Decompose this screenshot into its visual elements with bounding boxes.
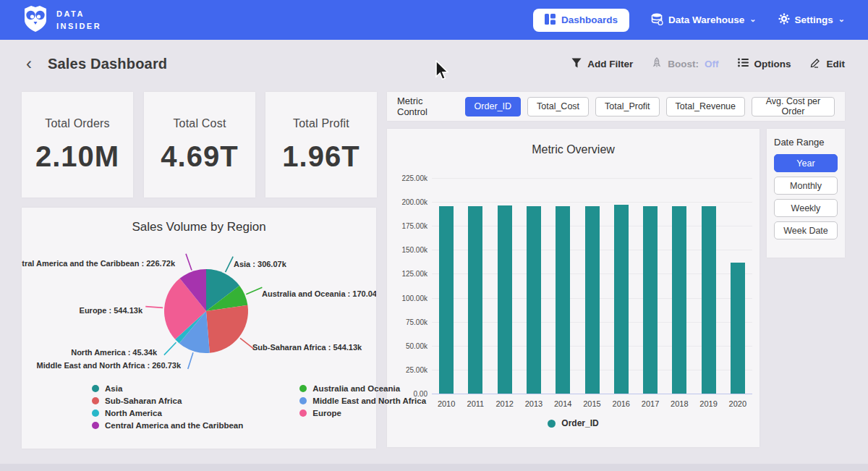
filter-funnel-icon [571,58,582,70]
y-axis-tick-label: 200.00k [391,198,427,206]
legend-item-sub-saharan-africa[interactable]: Sub-Saharan Africa [92,396,243,405]
options-button[interactable]: Options [738,58,791,69]
bar-2015[interactable] [585,206,600,394]
date-range-weekly[interactable]: Weekly [774,199,838,217]
pie-slice-label: Central America and the Caribbean : 226.… [22,259,176,268]
metric-control-bar: Metric Control Order_IDTotal_CostTotal_P… [387,92,845,121]
legend-item-australia-and-oceania[interactable]: Australia and Oceania [299,384,426,393]
settings-label: Settings [795,14,833,25]
bar-2010[interactable] [439,206,454,394]
bar-2013[interactable] [527,206,541,394]
x-axis-tick-label: 2016 [607,399,636,408]
kpi-label: Total Profit [293,117,349,130]
settings-menu[interactable]: Settings ⌄ [778,13,845,27]
legend-label: Order_ID [561,418,598,428]
legend-item-north-america[interactable]: North America [92,409,243,417]
bar-2014[interactable] [556,206,570,394]
pie-label-leader-line [186,254,192,271]
bar-2020[interactable] [731,263,745,394]
pie-label-leader-line [188,352,193,369]
bar-2016[interactable] [614,205,629,394]
pie-chart-legend: AsiaSub-Saharan AfricaNorth AmericaCentr… [92,384,426,430]
legend-label: Asia [105,384,122,393]
y-axis-tick-label: 175.00k [391,222,427,230]
legend-dot [299,385,307,392]
bar-2012[interactable] [498,205,512,394]
bar-2017[interactable] [643,206,658,394]
pie-slice-label: Europe : 544.13k [80,306,143,315]
metric-chip-order-id[interactable]: Order_ID [465,97,521,116]
legend-label: Australia and Oceania [312,384,400,393]
dashboards-label: Dashboards [561,14,618,25]
metric-control-label: Metric Control [397,96,454,117]
legend-label: North America [105,409,162,417]
metric-chip-total-profit[interactable]: Total_Profit [595,97,660,116]
gridline [432,202,752,203]
back-button[interactable]: ‹ [23,55,35,72]
kpi-card-total-profit: Total Profit 1.96T [265,92,377,198]
y-axis-tick-label: 75.00k [391,318,427,326]
kpi-card-total-cost: Total Cost 4.69T [144,92,255,198]
metric-chip-avg-cost-per-order[interactable]: Avg. Cost per Order [752,97,835,116]
date-range-monthly[interactable]: Monthly [774,177,838,195]
data-warehouse-menu[interactable]: Data Warehouse ⌄ [651,13,757,27]
legend-label: Europe [312,409,341,417]
edit-button[interactable]: Edit [810,57,846,70]
metric-chip-total-revenue[interactable]: Total_Revenue [666,97,745,116]
y-axis-tick-label: 25.00k [391,366,427,374]
kpi-label: Total Orders [45,117,110,130]
list-options-icon [738,58,749,69]
bottom-scrollbar-track[interactable] [0,464,868,471]
legend-dot [92,397,99,404]
bar-2011[interactable] [468,206,482,394]
gridline [432,394,752,394]
legend-label: Middle East and North Africa [312,396,426,405]
date-range-label: Date Range [774,137,838,148]
brand-logo[interactable]: DATA INSIDER [23,5,101,35]
kpi-label: Total Cost [173,117,226,130]
pie-label-leader-line [226,257,234,273]
pie-label-leader-line [246,287,262,294]
legend-item-middle-east-and-north-africa[interactable]: Middle East and North Africa [299,396,426,405]
dashboards-button[interactable]: Dashboards [533,9,629,32]
x-axis-tick-label: 2018 [665,399,694,408]
x-axis-tick-label: 2011 [461,399,490,408]
bar-chart-legend[interactable]: Order_ID [387,418,760,428]
metric-chip-total-cost[interactable]: Total_Cost [527,97,589,116]
y-axis-tick-label: 225.00k [391,174,427,182]
brand-text: DATA INSIDER [56,8,101,32]
chart-title: Metric Overview [387,143,760,156]
gear-icon [778,13,790,27]
pie-slice-label: Sub-Saharan Africa : 544.13k [252,343,362,352]
x-axis-tick-label: 2015 [578,399,607,408]
legend-dot [548,420,556,428]
x-axis-tick-label: 2010 [432,399,461,408]
boost-toggle[interactable]: Boost: Off [652,57,718,70]
add-filter-button[interactable]: Add Filter [571,58,633,70]
date-range-week-date[interactable]: Week Date [774,221,838,239]
x-axis-tick-label: 2019 [694,399,723,408]
pie-slice-sub-saharan-africa[interactable] [206,305,248,353]
rocket-icon [652,57,662,70]
chevron-down-icon: ⌄ [749,14,756,24]
x-axis-tick-label: 2012 [490,399,519,408]
bar-2018[interactable] [672,206,686,394]
legend-dot [299,397,307,404]
owl-logo-icon [23,5,48,35]
legend-item-europe[interactable]: Europe [299,409,426,417]
kpi-value: 4.69T [161,140,238,173]
x-axis-tick-label: 2014 [548,399,577,408]
legend-item-asia[interactable]: Asia [92,384,243,393]
dashboard-grid-icon [545,14,556,27]
pie-slice-label: North America : 45.34k [71,348,158,357]
legend-item-central-america-and-the-caribbean[interactable]: Central America and the Caribbean [92,421,243,430]
database-icon [651,13,663,27]
x-axis-tick-label: 2013 [519,399,548,408]
pie-slice-label: Middle East and North Africa : 260.73k [37,361,182,370]
legend-dot [92,410,99,417]
date-range-year[interactable]: Year [774,154,838,172]
pencil-icon [810,57,821,70]
bar-2019[interactable] [702,206,716,394]
pie-label-leader-line [145,307,163,308]
kpi-card-total-orders: Total Orders 2.10M [22,92,133,198]
